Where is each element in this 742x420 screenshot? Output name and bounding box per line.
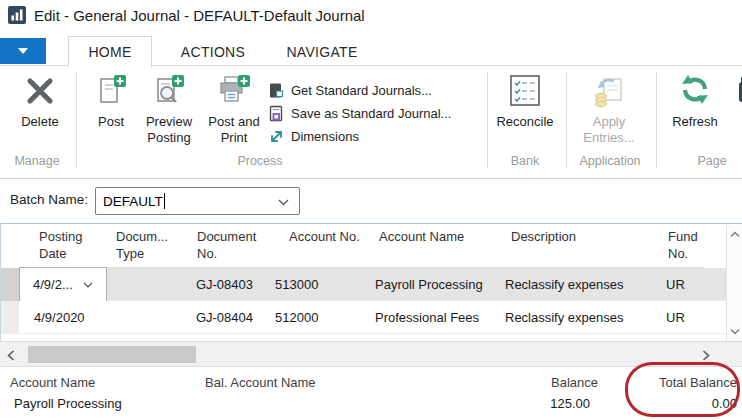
- column-header-document-no[interactable]: Document No.: [187, 225, 273, 268]
- footer-bal-account-name-label: Bal. Account Name: [205, 375, 316, 390]
- column-header-description[interactable]: Description: [487, 225, 645, 268]
- ribbon-separator: [76, 72, 77, 168]
- footer-total-balance-value: 0.00: [618, 396, 737, 411]
- refresh-icon: [679, 74, 711, 106]
- row-selector[interactable]: [1, 268, 19, 301]
- posting-date-edit-cell[interactable]: 4/9/2...: [19, 267, 107, 302]
- scroll-down-icon[interactable]: [730, 328, 740, 335]
- account-no-cell[interactable]: 512000: [273, 301, 365, 334]
- scroll-left-icon[interactable]: [7, 350, 15, 361]
- get-standard-journals-label: Get Standard Journals...: [291, 83, 432, 98]
- post-and-print-printer-icon: [217, 74, 251, 108]
- ribbon-tab-row: HOME ACTIONS NAVIGATE: [0, 30, 742, 66]
- group-label-application: Application: [570, 154, 650, 168]
- footer-account-name-value: Payroll Processing: [14, 396, 122, 411]
- save-as-standard-journal-icon: [268, 105, 285, 122]
- scrollbar-thumb[interactable]: [28, 346, 196, 363]
- footer-summary: Account Name Payroll Processing Bal. Acc…: [0, 367, 742, 420]
- description-cell[interactable]: Reclassify expenses: [487, 268, 645, 301]
- preview-posting-button[interactable]: Preview Posting: [138, 74, 200, 147]
- chevron-down-icon[interactable]: [83, 282, 93, 288]
- dimensions-button[interactable]: Dimensions: [268, 126, 359, 146]
- ribbon-separator: [487, 72, 488, 168]
- journal-lines-grid: Posting Date Docum... Type Document No. …: [0, 223, 742, 341]
- account-no-cell[interactable]: 513000: [273, 268, 365, 301]
- footer-account-name-label: Account Name: [10, 375, 95, 390]
- group-label-manage: Manage: [4, 154, 70, 168]
- tab-navigate[interactable]: NAVIGATE: [272, 36, 372, 67]
- footer-balance-value: 125.00: [478, 396, 590, 411]
- account-name-cell[interactable]: Payroll Processing: [365, 268, 487, 301]
- dimensions-label: Dimensions: [291, 129, 359, 144]
- window-title: Edit - General Journal - DEFAULT-Default…: [34, 7, 365, 24]
- footer-total-balance-label: Total Balance: [618, 375, 737, 390]
- reconcile-label: Reconcile: [496, 114, 553, 130]
- vertical-scrollbar[interactable]: [726, 225, 742, 341]
- application-menu-button[interactable]: [0, 38, 46, 64]
- tab-home[interactable]: HOME: [68, 36, 152, 67]
- post-and-print-button[interactable]: Post and Print: [204, 74, 264, 147]
- group-label-process: Process: [210, 154, 310, 168]
- column-header-fund-no[interactable]: Fund No.: [645, 225, 705, 268]
- scroll-right-icon[interactable]: [702, 350, 710, 361]
- posting-date-cell[interactable]: 4/9/2020: [19, 301, 105, 334]
- ribbon-separator: [656, 72, 657, 168]
- save-as-standard-journal-label: Save as Standard Journal...: [291, 106, 451, 121]
- document-type-cell[interactable]: [105, 301, 187, 334]
- description-cell[interactable]: Reclassify expenses: [487, 301, 645, 334]
- batch-name-value: DEFAULT: [103, 194, 163, 209]
- dimensions-icon: [268, 128, 285, 145]
- chevron-down-icon: [278, 199, 289, 206]
- title-bar: Edit - General Journal - DEFAULT-Default…: [0, 0, 742, 30]
- fund-no-cell[interactable]: UR: [645, 301, 727, 334]
- get-standard-journals-button[interactable]: Get Standard Journals...: [268, 80, 432, 100]
- ribbon-separator: [566, 72, 567, 168]
- column-header-posting-date[interactable]: Posting Date: [19, 225, 105, 268]
- group-label-bank: Bank: [492, 154, 558, 168]
- batch-name-label: Batch Name:: [10, 192, 88, 207]
- preview-posting-label: Preview Posting: [138, 114, 200, 147]
- batch-name-combobox[interactable]: DEFAULT: [95, 187, 300, 215]
- refresh-button[interactable]: Refresh: [666, 74, 724, 130]
- document-no-cell[interactable]: GJ-08404: [187, 301, 273, 334]
- column-header-account-no[interactable]: Account No.: [273, 225, 365, 268]
- reconcile-icon: [509, 74, 541, 108]
- tab-actions[interactable]: ACTIONS: [168, 36, 258, 67]
- document-no-cell[interactable]: GJ-08403: [187, 268, 273, 301]
- get-standard-journals-icon: [268, 82, 285, 99]
- scroll-up-icon[interactable]: [730, 231, 740, 238]
- post-button[interactable]: Post: [88, 74, 134, 130]
- save-as-standard-journal-button[interactable]: Save as Standard Journal...: [268, 103, 451, 123]
- apply-entries-icon: [592, 74, 626, 108]
- horizontal-scrollbar[interactable]: [0, 341, 742, 367]
- text-cursor: [164, 193, 165, 209]
- column-header-account-name[interactable]: Account Name: [365, 225, 487, 268]
- reconcile-button[interactable]: Reconcile: [492, 74, 558, 130]
- table-row-selected[interactable]: 4/9/2... GJ-08403 513000 Payroll Process…: [1, 268, 727, 301]
- refresh-label: Refresh: [672, 114, 718, 130]
- apply-entries-label: Apply Entries...: [576, 114, 642, 147]
- row-selector[interactable]: [1, 301, 19, 334]
- column-header-document-type[interactable]: Docum... Type: [105, 225, 187, 268]
- batch-name-row: Batch Name: DEFAULT: [0, 179, 742, 223]
- post-and-print-label: Post and Print: [204, 114, 264, 147]
- group-label-page: Page: [684, 154, 740, 168]
- find-icon: [737, 74, 742, 108]
- apply-entries-button[interactable]: Apply Entries...: [576, 74, 642, 147]
- account-name-cell[interactable]: Professional Fees: [365, 301, 487, 334]
- preview-posting-icon: [152, 74, 186, 108]
- general-journal-window: Edit - General Journal - DEFAULT-Default…: [0, 0, 742, 420]
- delete-x-icon: [23, 74, 57, 108]
- ribbon: Delete Manage Post: [0, 66, 742, 179]
- posting-date-value: 4/9/2...: [33, 277, 73, 292]
- delete-button[interactable]: Delete: [12, 74, 68, 130]
- post-label: Post: [98, 114, 124, 130]
- post-document-icon: [94, 74, 128, 108]
- document-type-cell[interactable]: [105, 268, 187, 301]
- footer-balance-label: Balance: [478, 375, 598, 390]
- find-button-partial[interactable]: F: [732, 74, 742, 130]
- delete-label: Delete: [21, 114, 59, 130]
- fund-no-cell[interactable]: UR: [645, 268, 727, 301]
- table-row[interactable]: 4/9/2020 GJ-08404 512000 Professional Fe…: [1, 301, 727, 334]
- app-chart-icon: [8, 6, 26, 24]
